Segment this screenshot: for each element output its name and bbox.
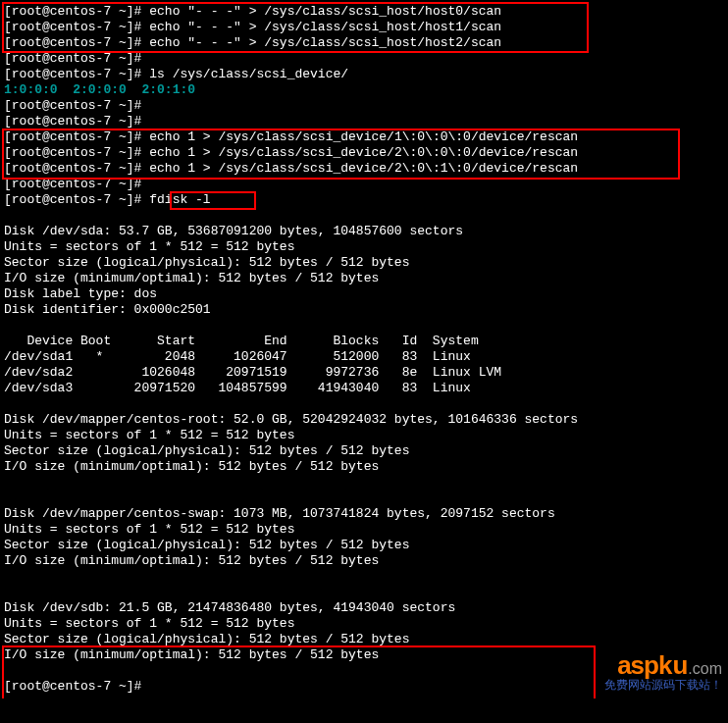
fdisk-output: I/O size (minimum/optimal): 512 bytes / … [4,459,724,475]
fdisk-output: I/O size (minimum/optimal): 512 bytes / … [4,553,724,569]
fdisk-output: I/O size (minimum/optimal): 512 bytes / … [4,647,724,663]
command-text: echo 1 > /sys/class/scsi_device/1\:0\:0\… [149,129,578,144]
command-text: echo "- - -" > /sys/class/scsi_host/host… [149,4,501,19]
partition-row: /dev/sda1 * 2048 1026047 512000 83 Linux [4,349,724,365]
blank-line [4,475,724,491]
prompt-line[interactable]: [root@centos-7 ~]# [4,98,724,114]
fdisk-output: Disk identifier: 0x000c2501 [4,302,724,318]
command-text: fdisk -l [149,192,210,207]
fdisk-output: Sector size (logical/physical): 512 byte… [4,255,724,271]
command-text: ls /sys/class/scsi_device/ [149,67,348,81]
blank-line [4,585,724,600]
blank-line [4,208,724,224]
fdisk-output: Units = sectors of 1 * 512 = 512 bytes [4,522,724,538]
prompt-line[interactable]: [root@centos-7 ~]# echo "- - -" > /sys/c… [4,35,724,51]
blank-line [4,569,724,585]
fdisk-output: Sector size (logical/physical): 512 byte… [4,632,724,647]
fdisk-output: Disk label type: dos [4,286,724,302]
fdisk-output: Disk /dev/sdb: 21.5 GB, 21474836480 byte… [4,600,724,616]
prompt-line[interactable]: [root@centos-7 ~]# fdisk -l [4,192,724,208]
fdisk-output: Sector size (logical/physical): 512 byte… [4,443,724,459]
blank-line [4,318,724,334]
fdisk-output: Units = sectors of 1 * 512 = 512 bytes [4,616,724,632]
partition-header: Device Boot Start End Blocks Id System [4,334,724,349]
prompt-line[interactable]: [root@centos-7 ~]# [4,51,724,67]
prompt-line[interactable]: [root@centos-7 ~]# ls /sys/class/scsi_de… [4,67,724,82]
command-text: echo 1 > /sys/class/scsi_device/2\:0\:1\… [149,161,578,176]
fdisk-output: Sector size (logical/physical): 512 byte… [4,538,724,553]
partition-row: /dev/sda3 20971520 104857599 41943040 83… [4,381,724,396]
fdisk-output: Disk /dev/mapper/centos-swap: 1073 MB, 1… [4,506,724,522]
prompt-line[interactable]: [root@centos-7 ~]# echo 1 > /sys/class/s… [4,145,724,161]
fdisk-output: I/O size (minimum/optimal): 512 bytes / … [4,271,724,286]
fdisk-output: Disk /dev/mapper/centos-root: 52.0 GB, 5… [4,412,724,428]
prompt-line[interactable]: [root@centos-7 ~]# [4,177,724,192]
command-text: echo 1 > /sys/class/scsi_device/2\:0\:0\… [149,145,578,160]
partition-row: /dev/sda2 1026048 20971519 9972736 8e Li… [4,365,724,381]
prompt-line[interactable]: [root@centos-7 ~]# echo "- - -" > /sys/c… [4,4,724,20]
blank-line [4,663,724,679]
fdisk-output: Units = sectors of 1 * 512 = 512 bytes [4,428,724,443]
blank-line [4,396,724,412]
prompt-line[interactable]: [root@centos-7 ~]# echo "- - -" > /sys/c… [4,20,724,35]
fdisk-output: Units = sectors of 1 * 512 = 512 bytes [4,239,724,255]
command-text: echo "- - -" > /sys/class/scsi_host/host… [149,20,501,34]
command-text: echo "- - -" > /sys/class/scsi_host/host… [149,35,501,50]
prompt-line[interactable]: [root@centos-7 ~]# echo 1 > /sys/class/s… [4,129,724,145]
prompt-line[interactable]: [root@centos-7 ~]# echo 1 > /sys/class/s… [4,161,724,177]
prompt-line[interactable]: [root@centos-7 ~]# [4,679,724,695]
ls-output: 1:0:0:0 2:0:0:0 2:0:1:0 [4,82,724,98]
fdisk-output: Disk /dev/sda: 53.7 GB, 53687091200 byte… [4,224,724,239]
blank-line [4,491,724,506]
prompt-line[interactable]: [root@centos-7 ~]# [4,114,724,129]
